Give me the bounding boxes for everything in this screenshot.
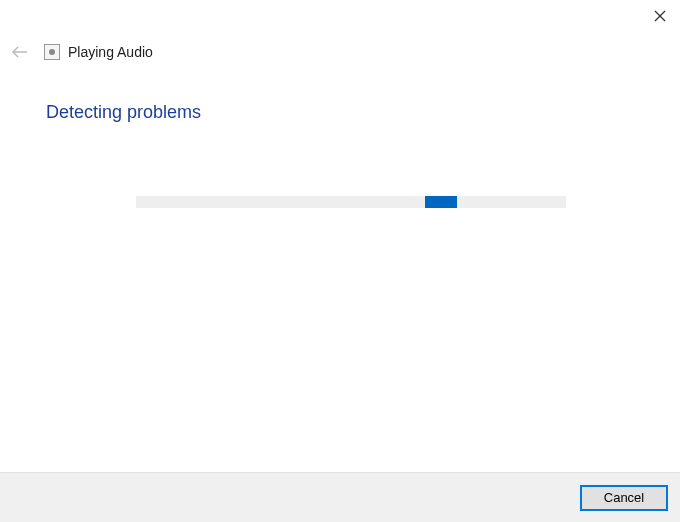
troubleshooter-icon [44,44,60,60]
page-heading: Detecting problems [46,102,201,123]
title-group: Playing Audio [44,44,153,60]
progress-indicator [425,196,457,208]
cancel-button[interactable]: Cancel [580,485,668,511]
header: Playing Audio [10,42,153,62]
back-button[interactable] [10,42,30,62]
footer: Cancel [0,472,680,522]
progress-bar [136,196,566,208]
close-icon [654,10,666,22]
window-title: Playing Audio [68,44,153,60]
arrow-left-icon [11,45,29,59]
close-button[interactable] [652,8,668,24]
